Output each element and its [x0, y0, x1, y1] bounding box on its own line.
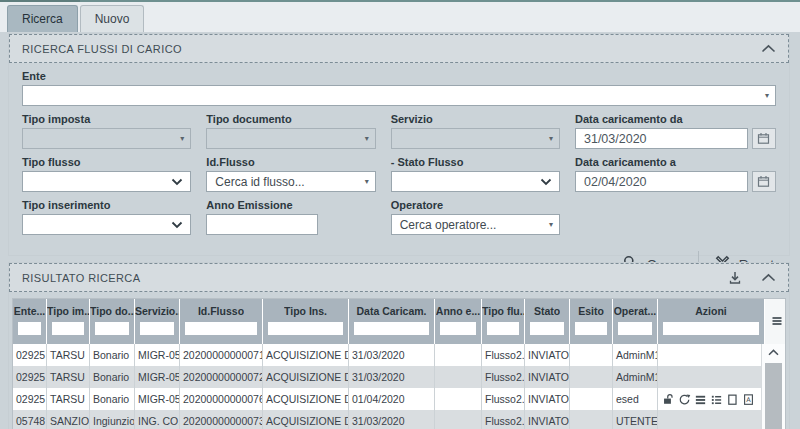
field-tipo-flusso: Tipo flusso — [22, 149, 191, 192]
table-column-header[interactable]: Id.Flusso — [180, 299, 263, 344]
table-column-header[interactable]: Servizio... — [135, 299, 180, 344]
field-empty — [575, 192, 776, 235]
table-body: 02925TARSUBonarioMIGR-05...2020000000007… — [13, 344, 785, 429]
servizio-select[interactable]: ▾ — [391, 128, 560, 149]
refresh-icon[interactable] — [678, 393, 691, 406]
column-title: Tipo do... — [90, 305, 134, 317]
column-filter-input[interactable] — [530, 322, 564, 335]
table-cell — [435, 388, 482, 410]
table-column-header[interactable]: Tipo do... — [90, 299, 135, 344]
column-filter-input[interactable] — [52, 322, 84, 335]
dropdown-arrow-icon: ▾ — [549, 221, 559, 229]
dropdown-arrow-icon: ▾ — [180, 135, 190, 143]
ente-label: Ente — [22, 70, 776, 82]
id-flusso-combo[interactable]: Cerca id flusso... ▾ — [206, 171, 375, 192]
detail-list-icon[interactable] — [710, 393, 723, 406]
column-title: Tipo flu... — [482, 305, 524, 317]
column-filter-input[interactable] — [18, 322, 41, 335]
chevron-up-icon[interactable] — [761, 273, 776, 282]
ente-select[interactable]: ▾ — [22, 85, 776, 106]
column-filter-input[interactable] — [487, 322, 519, 335]
field-servizio: Servizio ▾ — [391, 106, 560, 149]
column-filter-input[interactable] — [663, 322, 759, 335]
table-row[interactable]: 05748SANZIO...Ingiunzio...ING. CO...2020… — [13, 410, 785, 429]
chevron-up-icon[interactable] — [761, 44, 776, 53]
stato-flusso-select[interactable] — [391, 171, 560, 192]
column-title: Data Caricam. — [356, 305, 426, 317]
column-filter-input[interactable] — [140, 322, 174, 335]
search-panel-header: RICERCA FLUSSI DI CARICO — [9, 34, 789, 63]
table-cell: AdminM1 — [613, 344, 658, 366]
unlock-icon[interactable] — [662, 393, 675, 406]
tipo-documento-select[interactable]: ▾ — [206, 128, 375, 149]
copy-icon[interactable] — [726, 393, 739, 406]
table-cell: 31/03/2020 — [349, 366, 435, 388]
table-cell: Flusso2... — [482, 366, 525, 388]
column-filter-input[interactable] — [354, 322, 429, 335]
results-panel: RISULTATO RICERCA Ente... Tipo im... Tip… — [8, 262, 790, 429]
data-caricamento-a-input[interactable] — [575, 171, 748, 192]
table-column-header[interactable]: Tipo Ins. — [263, 299, 349, 344]
column-filter-input[interactable] — [440, 322, 476, 335]
scrollbar-thumb[interactable] — [765, 363, 782, 429]
column-title: Esito — [578, 305, 604, 317]
table-column-header[interactable]: Stato — [525, 299, 570, 344]
table-menu-strip[interactable] — [765, 299, 786, 344]
operatore-combo[interactable]: Cerca operatore... ▾ — [391, 214, 560, 235]
table-scrollbar[interactable] — [761, 344, 785, 429]
column-filter-input[interactable] — [575, 322, 607, 335]
table-column-header[interactable]: Data Caricam. — [349, 299, 435, 344]
table-column-header[interactable]: Tipo im... — [47, 299, 90, 344]
field-tipo-inserimento: Tipo inserimento — [22, 192, 191, 235]
table-column-header[interactable]: Tipo flu... — [482, 299, 525, 344]
table-column-header[interactable]: Anno e... — [435, 299, 482, 344]
tipo-flusso-select[interactable] — [22, 171, 191, 192]
calendar-icon[interactable] — [752, 128, 776, 149]
column-filter-input[interactable] — [95, 322, 129, 335]
field-tipo-imposta: Tipo imposta ▾ — [22, 106, 191, 149]
table-cell: Flusso2... — [482, 344, 525, 366]
table-row[interactable]: 02925TARSUBonarioMIGR-05...2020000000007… — [13, 344, 785, 366]
table-cell: 20200000000072 — [180, 366, 263, 388]
column-filter-input[interactable] — [185, 322, 257, 335]
column-filter-input[interactable] — [268, 322, 343, 335]
table-cell: Ingiunzio... — [90, 410, 135, 429]
table-column-header[interactable]: Esito — [570, 299, 613, 344]
hamburger-icon[interactable] — [771, 313, 783, 331]
table-column-header[interactable]: Ente... — [13, 299, 47, 344]
scroll-up-icon[interactable] — [762, 344, 785, 361]
field-stato-flusso: - Stato Flusso — [391, 149, 560, 192]
field-data-caricamento-da: Data caricamento da — [575, 106, 776, 149]
chevron-down-icon — [171, 221, 183, 229]
table-cell — [658, 344, 765, 366]
table-row[interactable]: 02925TARSUBonarioMIGR-05...2020000000007… — [13, 388, 785, 410]
column-filter-input[interactable] — [618, 322, 652, 335]
table-row[interactable]: 02925TARSUBonarioMIGR-05...2020000000007… — [13, 366, 785, 388]
field-data-caricamento-a: Data caricamento a — [575, 149, 776, 192]
table-cell: 31/03/2020 — [349, 410, 435, 429]
calendar-icon[interactable] — [752, 171, 776, 192]
data-caricamento-da-input[interactable] — [575, 128, 748, 149]
table-cell — [435, 410, 482, 429]
tab-ricerca[interactable]: Ricerca — [7, 5, 78, 32]
table-column-header[interactable]: Operat... — [613, 299, 658, 344]
download-icon[interactable] — [727, 270, 743, 285]
table-cell: ACQUISIZIONE DA... — [263, 344, 349, 366]
table-cell: ACQUISIZIONE DA... — [263, 366, 349, 388]
tipo-documento-label: Tipo documento — [206, 113, 375, 125]
tipo-imposta-select[interactable]: ▾ — [22, 128, 191, 149]
tipo-inserimento-select[interactable] — [22, 214, 191, 235]
table-column-header[interactable]: Azioni — [658, 299, 765, 344]
table-cell: UTENTE... — [613, 410, 658, 429]
chevron-down-icon — [171, 178, 183, 186]
pdf-icon[interactable]: A — [742, 393, 755, 406]
operatore-label: Operatore — [391, 199, 560, 211]
dropdown-arrow-icon: ▾ — [365, 178, 375, 186]
dropdown-arrow-icon: ▾ — [765, 92, 775, 100]
table-cell: Bonario — [90, 388, 135, 410]
column-title: Stato — [534, 305, 560, 317]
tab-nuovo[interactable]: Nuovo — [80, 5, 145, 32]
anno-emissione-input[interactable] — [206, 214, 318, 235]
list-icon[interactable] — [694, 393, 707, 406]
table-cell — [570, 344, 613, 366]
